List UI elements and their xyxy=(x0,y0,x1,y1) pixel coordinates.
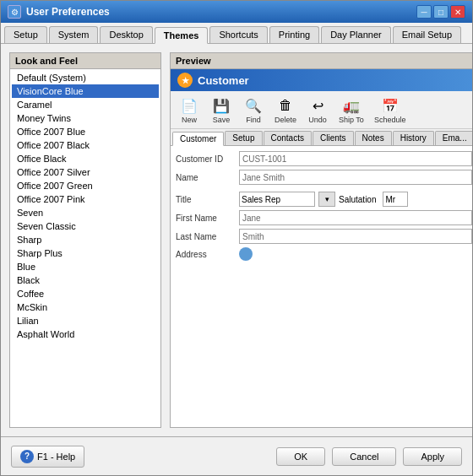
toolbar-schedule-label: Schedule xyxy=(374,116,406,124)
look-feel-panel: Look and Feel Default (System) VisionCor… xyxy=(9,52,161,428)
delete-icon: 🗑 xyxy=(275,95,296,116)
salutation-label: Salutation xyxy=(339,195,376,204)
theme-item-asphalt-world[interactable]: Asphalt World xyxy=(12,327,159,341)
window-title: User Preferences xyxy=(26,6,110,18)
inner-tab-notes[interactable]: Notes xyxy=(355,131,392,145)
theme-item-blue[interactable]: Blue xyxy=(12,260,159,273)
dialog-buttons: OK Cancel Apply xyxy=(276,447,462,466)
preview-form: Customer ID Name Title ▾ Salutation xyxy=(171,146,472,269)
title-row: Title ▾ Salutation xyxy=(176,192,472,207)
title-input[interactable] xyxy=(239,192,315,207)
inner-tab-contacts[interactable]: Contacts xyxy=(264,131,312,145)
look-feel-header: Look and Feel xyxy=(10,53,160,69)
address-label: Address xyxy=(176,250,239,259)
address-row: Address xyxy=(176,247,472,261)
theme-item-seven[interactable]: Seven xyxy=(12,206,159,219)
customer-id-row: Customer ID xyxy=(176,151,472,166)
inner-tab-email[interactable]: Ema... xyxy=(435,131,472,145)
toolbar-delete-button[interactable]: 🗑 Delete xyxy=(270,93,301,127)
theme-item-default[interactable]: Default (System) xyxy=(12,71,159,84)
first-name-row: First Name xyxy=(176,210,472,225)
theme-item-sharp-plus[interactable]: Sharp Plus xyxy=(12,246,159,260)
theme-item-seven-classic[interactable]: Seven Classic xyxy=(12,219,159,233)
preview-title-text: Customer xyxy=(198,74,249,87)
theme-item-caramel[interactable]: Caramel xyxy=(12,98,159,111)
theme-item-visioncore-blue[interactable]: VisionCore Blue xyxy=(12,84,159,98)
inner-tab-customer[interactable]: Customer xyxy=(172,132,224,146)
help-button[interactable]: ? F1 - Help xyxy=(11,446,84,468)
theme-item-lilian[interactable]: Lilian xyxy=(12,314,159,327)
customer-id-input[interactable] xyxy=(239,151,472,166)
toolbar-find-button[interactable]: 🔍 Find xyxy=(238,93,269,127)
title-dropdown-button[interactable]: ▾ xyxy=(318,192,335,207)
new-icon: 📄 xyxy=(179,95,199,116)
name-input[interactable] xyxy=(239,170,472,185)
theme-item-office-2007-black[interactable]: Office 2007 Black xyxy=(12,138,159,152)
theme-item-office-2007-pink[interactable]: Office 2007 Pink xyxy=(12,192,159,206)
toolbar-new-button[interactable]: 📄 New xyxy=(174,93,204,127)
customer-id-label: Customer ID xyxy=(176,154,239,164)
theme-item-money-twins[interactable]: Money Twins xyxy=(12,111,159,125)
undo-icon: ↩ xyxy=(307,95,328,116)
preview-content: ★ Customer 📄 New 💾 Save 🔍 Find xyxy=(171,69,472,427)
preview-toolbar: 📄 New 💾 Save 🔍 Find 🗑 Delete xyxy=(171,91,472,129)
ok-button[interactable]: OK xyxy=(276,447,325,466)
theme-item-sharp[interactable]: Sharp xyxy=(12,233,159,246)
ship-to-icon: 🚛 xyxy=(341,95,362,116)
bottom-bar: ? F1 - Help OK Cancel Apply xyxy=(1,436,472,475)
name-label: Name xyxy=(176,173,239,182)
inner-tab-bar: Customer Setup Contacts Clients Notes Hi… xyxy=(171,129,472,146)
cancel-button[interactable]: Cancel xyxy=(332,447,396,466)
help-label: F1 - Help xyxy=(37,452,75,462)
content-area: Look and Feel Default (System) VisionCor… xyxy=(1,44,472,436)
toolbar-delete-label: Delete xyxy=(275,116,296,124)
theme-item-mcskin[interactable]: McSkin xyxy=(12,300,159,314)
preview-panel: Preview ★ Customer 📄 New 💾 Save xyxy=(170,52,472,428)
last-name-row: Last Name xyxy=(176,229,472,244)
theme-item-office-2007-silver[interactable]: Office 2007 Silver xyxy=(12,165,159,179)
tab-day-planner[interactable]: Day Planner xyxy=(321,26,391,43)
theme-item-office-black[interactable]: Office Black xyxy=(12,152,159,165)
first-name-input[interactable] xyxy=(239,210,472,225)
tab-setup[interactable]: Setup xyxy=(4,26,47,43)
tab-shortcuts[interactable]: Shortcuts xyxy=(209,26,267,43)
theme-item-office-2007-blue[interactable]: Office 2007 Blue xyxy=(12,125,159,138)
main-window: ⚙ User Preferences ─ □ ✕ Setup System De… xyxy=(0,0,473,476)
toolbar-save-button[interactable]: 💾 Save xyxy=(206,93,236,127)
salutation-input[interactable] xyxy=(383,192,408,207)
last-name-input[interactable] xyxy=(239,229,472,244)
toolbar-undo-button[interactable]: ↩ Undo xyxy=(302,93,333,127)
address-globe-icon[interactable] xyxy=(239,247,253,261)
toolbar-find-label: Find xyxy=(246,116,261,124)
toolbar-ship-to-button[interactable]: 🚛 Ship To xyxy=(334,93,368,127)
close-button[interactable]: ✕ xyxy=(450,5,465,19)
tab-desktop[interactable]: Desktop xyxy=(100,26,152,43)
tab-themes[interactable]: Themes xyxy=(155,27,209,44)
tab-bar: Setup System Desktop Themes Shortcuts Pr… xyxy=(1,23,472,44)
preview-app-icon: ★ xyxy=(177,73,193,88)
name-row: Name xyxy=(176,170,472,185)
toolbar-save-label: Save xyxy=(213,116,231,124)
theme-item-black[interactable]: Black xyxy=(12,273,159,287)
inner-tab-clients[interactable]: Clients xyxy=(313,131,354,145)
last-name-label: Last Name xyxy=(176,232,239,241)
maximize-button[interactable]: □ xyxy=(433,5,449,19)
toolbar-schedule-button[interactable]: 📅 Schedule xyxy=(370,93,410,127)
inner-tab-setup[interactable]: Setup xyxy=(225,131,262,145)
apply-button[interactable]: Apply xyxy=(403,447,462,466)
inner-tab-history[interactable]: History xyxy=(393,131,434,145)
title-controls: ▾ Salutation xyxy=(239,192,408,207)
tab-email-setup[interactable]: Email Setup xyxy=(393,26,461,43)
theme-item-coffee[interactable]: Coffee xyxy=(12,287,159,300)
title-controls: ─ □ ✕ xyxy=(416,5,465,19)
theme-list[interactable]: Default (System) VisionCore Blue Caramel… xyxy=(10,69,160,427)
title-bar: ⚙ User Preferences ─ □ ✕ xyxy=(1,1,472,23)
schedule-icon: 📅 xyxy=(380,95,400,116)
title-bar-left: ⚙ User Preferences xyxy=(8,5,110,19)
theme-item-office-2007-green[interactable]: Office 2007 Green xyxy=(12,179,159,192)
tab-system[interactable]: System xyxy=(49,26,99,43)
tab-printing[interactable]: Printing xyxy=(269,26,319,43)
minimize-button[interactable]: ─ xyxy=(416,5,432,19)
preview-title-bar: ★ Customer xyxy=(171,69,472,91)
toolbar-ship-to-label: Ship To xyxy=(339,116,364,124)
